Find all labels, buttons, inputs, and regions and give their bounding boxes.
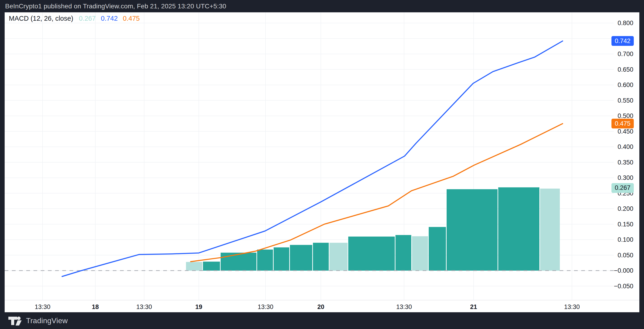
footer-bar: TradingView — [0, 312, 644, 329]
time-scale-label: 13:30 — [564, 303, 580, 311]
tradingview-logo-icon — [8, 315, 22, 326]
price-scale-label: 0.100 — [618, 236, 633, 243]
indicator-signal-value: 0.475 — [123, 15, 140, 22]
histogram-bar — [330, 243, 348, 271]
price-scale-label: 0.500 — [618, 112, 633, 120]
indicator-histogram-value: 0.267 — [79, 15, 96, 22]
histogram-bar — [412, 236, 428, 271]
price-scale-label: 0.350 — [618, 159, 633, 166]
macd-histogram — [186, 187, 560, 271]
price-label-badge: 0.742 — [612, 36, 634, 46]
time-scale-label: 20 — [317, 303, 324, 311]
time-scale-label: 13:30 — [35, 303, 50, 311]
publish-info-bar: BeInCrypto1 published on TradingView.com… — [0, 0, 644, 12]
time-scale-label: 13:30 — [396, 303, 412, 311]
price-scale-label: −0.050 — [614, 282, 633, 290]
histogram-bar — [290, 245, 312, 271]
histogram-bar — [396, 235, 411, 271]
histogram-bar — [348, 237, 395, 271]
indicator-header: MACD (12, 26, close) 0.267 0.742 0.475 — [9, 15, 145, 22]
publish-info-text: BeInCrypto1 published on TradingView.com… — [5, 3, 226, 10]
time-scale-label: 13:30 — [258, 303, 274, 311]
histogram-bar — [203, 261, 220, 271]
macd-pane[interactable]: MACD (12, 26, close) 0.267 0.742 0.475 0… — [5, 12, 639, 312]
price-scale-label: 0.200 — [618, 205, 633, 212]
price-scale-label: 0.150 — [618, 221, 633, 228]
time-scale-label: 13:30 — [136, 303, 152, 311]
price-scale-label: 0.450 — [618, 128, 633, 135]
price-scale-label: 0.300 — [618, 174, 633, 181]
time-scale-label: 18 — [92, 303, 99, 311]
price-label-badge: 0.267 — [612, 183, 634, 193]
price-scale-label: 0.400 — [618, 143, 633, 151]
macd-chart-canvas[interactable] — [5, 12, 639, 312]
price-scale-label: 0.600 — [618, 81, 633, 89]
histogram-bar — [221, 253, 256, 271]
footer-brand-text: TradingView — [26, 316, 68, 325]
tradingview-published-chart: BeInCrypto1 published on TradingView.com… — [0, 0, 644, 329]
time-scale-label: 19 — [195, 303, 202, 311]
price-scale-label: −0.000 — [614, 267, 633, 274]
price-scale-label: 0.800 — [618, 20, 633, 27]
indicator-title: MACD (12, 26, close) — [9, 15, 73, 22]
histogram-bar — [498, 187, 540, 271]
time-scale-label: 21 — [470, 303, 477, 311]
price-label-badge: 0.475 — [612, 119, 634, 128]
indicator-macd-value: 0.742 — [101, 15, 118, 22]
price-scale-label: 0.650 — [618, 66, 633, 73]
price-scale-label: 0.700 — [618, 51, 633, 58]
histogram-bar — [429, 227, 446, 271]
histogram-bar — [540, 189, 560, 271]
histogram-bar — [274, 247, 289, 271]
histogram-bar — [257, 250, 273, 271]
histogram-bar — [446, 189, 498, 271]
histogram-bar — [313, 243, 329, 271]
price-scale-label: 0.050 — [618, 251, 633, 259]
histogram-bar — [186, 262, 202, 271]
price-scale-label: 0.550 — [618, 97, 633, 104]
